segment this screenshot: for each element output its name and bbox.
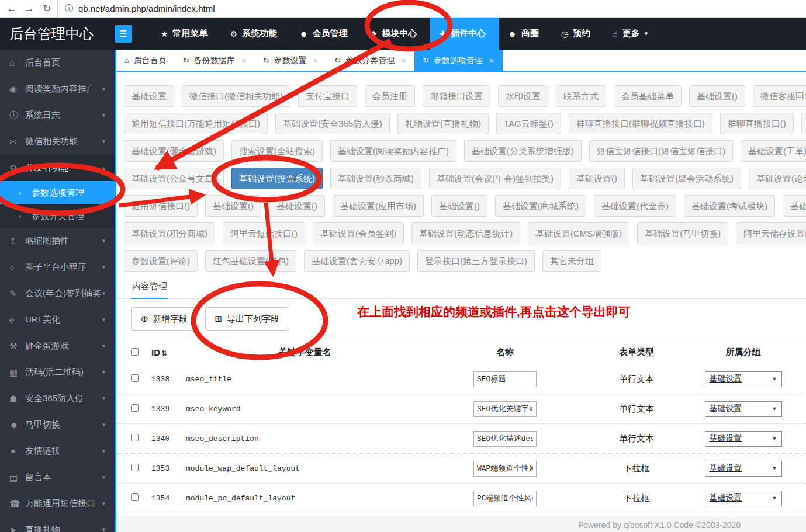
sidebar-item[interactable]: ☻ 马甲切换 ▾ bbox=[0, 412, 115, 438]
settings-group-button[interactable]: 基础设置(套壳安卓app) bbox=[304, 250, 410, 272]
settings-group-button[interactable]: 基础设置(商城系统) bbox=[495, 195, 586, 217]
row-checkbox[interactable] bbox=[131, 434, 139, 441]
sidebar-item[interactable]: ☎ 万能通用短信接口 ▾ bbox=[0, 491, 115, 517]
settings-group-button[interactable]: 基础设置() bbox=[569, 168, 625, 189]
settings-group-button[interactable]: 短信宝短信接口(短信宝短信接口) bbox=[589, 140, 733, 162]
name-input[interactable] bbox=[473, 401, 537, 417]
sidebar-item[interactable]: ℮ URL美化 ▾ bbox=[0, 307, 115, 333]
row-checkbox[interactable] bbox=[131, 464, 139, 471]
sidebar-item[interactable]: › 参数选项管理 bbox=[0, 181, 115, 204]
sidebar-item[interactable]: ↥ 略缩图插件 ▾ bbox=[0, 228, 115, 254]
row-checkbox[interactable] bbox=[131, 374, 139, 382]
settings-group-button[interactable]: 基础设置(论坛系统) bbox=[749, 168, 806, 189]
nav-item[interactable]: ⚙ 系统功能 bbox=[222, 18, 291, 50]
settings-group-button[interactable]: 基础设置(动态信息统计) bbox=[411, 222, 520, 244]
settings-group-button[interactable]: 联系方式 bbox=[556, 85, 606, 107]
browser-forward-icon[interactable]: → bbox=[22, 3, 36, 15]
settings-group-button[interactable]: 微信客服回复设置(微信相关功能) bbox=[753, 85, 806, 107]
settings-group-button[interactable]: 基础设置(公众号文章) bbox=[124, 168, 224, 189]
settings-group-button[interactable]: 基础设置() bbox=[431, 195, 487, 217]
settings-group-button[interactable]: 基础设置() bbox=[205, 195, 261, 217]
close-icon[interactable]: × bbox=[241, 55, 247, 65]
settings-group-button[interactable]: 邮箱接口设置 bbox=[423, 85, 490, 107]
sidebar-item[interactable]: ▤ 留言本 ▾ bbox=[0, 464, 115, 491]
settings-group-button[interactable]: 基础设置(CMS增强版) bbox=[528, 222, 629, 244]
settings-group-button[interactable]: 基础设置(砸金蛋游戏) bbox=[124, 140, 224, 162]
settings-group-button[interactable]: 通用短信接口() bbox=[124, 195, 198, 217]
close-icon[interactable]: × bbox=[313, 55, 318, 65]
group-select[interactable]: 基础设置 ▼ bbox=[705, 431, 782, 447]
settings-group-button[interactable]: 基础设置(马甲切换) bbox=[637, 222, 728, 244]
sort-icon[interactable]: ⇅ bbox=[161, 349, 167, 357]
settings-group-button[interactable]: 基础设置(考试模块) bbox=[684, 195, 775, 217]
group-select[interactable]: 基础设置 ▼ bbox=[705, 461, 782, 477]
settings-group-button[interactable]: 基础设置(分类系统增强版) bbox=[464, 140, 582, 162]
tab[interactable]: ↻ 参数分类管理 × bbox=[326, 50, 414, 71]
nav-item[interactable]: ★ 常用菜单 bbox=[152, 18, 222, 50]
settings-group-button[interactable]: 基础设置(积分商城) bbox=[124, 222, 215, 244]
group-select[interactable]: 基础设置 ▼ bbox=[705, 491, 782, 506]
settings-group-button[interactable]: 基础设置(秒杀商城) bbox=[330, 168, 421, 189]
settings-group-button[interactable]: 基础设置(阅读奖励内容推广) bbox=[330, 140, 456, 162]
group-select[interactable]: 基础设置 ▼ bbox=[705, 371, 782, 387]
settings-group-button[interactable]: 阿里云短信接口() bbox=[223, 222, 305, 244]
column-id[interactable]: ID⇅ bbox=[151, 347, 178, 357]
settings-group-button[interactable]: 搜索设置(全站搜索) bbox=[231, 140, 323, 162]
settings-group-button[interactable]: 基础设置(会员签到) bbox=[313, 222, 404, 244]
sidebar-item[interactable]: ▦ 活码(活二维码) ▾ bbox=[0, 359, 115, 385]
add-field-button[interactable]: ⊕ 新增字段 bbox=[131, 307, 198, 331]
sidebar-item[interactable]: ⚭ 友情链接 ▾ bbox=[0, 438, 115, 464]
settings-group-button[interactable]: 基础设置 bbox=[124, 85, 174, 107]
close-icon[interactable]: × bbox=[489, 55, 494, 65]
settings-group-button[interactable]: 基础设置() bbox=[269, 195, 325, 217]
settings-group-button[interactable]: 其它未分组 bbox=[542, 250, 601, 272]
settings-group-button[interactable]: 基础设置(语音红包) bbox=[783, 195, 806, 217]
settings-group-button[interactable]: 基础设置(分销宣传) bbox=[801, 113, 806, 134]
export-fields-button[interactable]: ⊞ 导出下列字段 bbox=[205, 307, 290, 331]
settings-group-button[interactable]: 礼物设置(直播礼物) bbox=[397, 113, 489, 134]
settings-group-button[interactable]: 登录接口(第三方登录接口) bbox=[417, 250, 535, 272]
settings-group-button[interactable]: 基础设置(应用市场) bbox=[333, 195, 424, 217]
sidebar-item[interactable]: ⚒ 砸金蛋游戏 ▾ bbox=[0, 333, 115, 359]
settings-group-button[interactable]: 红包基础设置(红包) bbox=[205, 250, 296, 272]
settings-group-button[interactable]: 基础设置(会议(年会)签到抽奖) bbox=[429, 168, 561, 189]
tab[interactable]: ↻ 参数选项管理 × bbox=[414, 50, 503, 71]
settings-group-button[interactable]: 水印设置 bbox=[498, 85, 548, 107]
settings-group-button[interactable]: TAG云标签() bbox=[496, 113, 561, 134]
sidebar-item[interactable]: ⚙ 开发者功能 ▴ bbox=[0, 155, 115, 181]
tab[interactable]: ↻ 参数设置 × bbox=[255, 50, 327, 71]
sidebar-item[interactable]: › 参数分类管理 bbox=[0, 204, 115, 228]
sidebar-item[interactable]: ✉ 微信相关功能 ▾ bbox=[0, 128, 115, 155]
nav-item[interactable]: ☻ 会员管理 bbox=[290, 18, 361, 50]
settings-group-button[interactable]: 基础设置(代金券) bbox=[594, 195, 676, 217]
settings-group-button[interactable]: 基础设置(聚会活动系统) bbox=[632, 168, 741, 189]
close-icon[interactable]: × bbox=[401, 55, 406, 65]
name-input[interactable] bbox=[473, 431, 537, 447]
nav-item[interactable]: ◷ 预约 bbox=[552, 18, 604, 50]
name-input[interactable] bbox=[473, 491, 537, 506]
panel-title-tab[interactable]: 内容管理 bbox=[131, 277, 168, 299]
tab[interactable]: ↻ 备份数据库 × bbox=[175, 50, 255, 71]
url-bar[interactable]: ⓘ qb.net/admin.php/admin/index.html bbox=[57, 0, 801, 17]
settings-group-button[interactable]: 基础设置(工单) bbox=[741, 140, 806, 162]
name-input[interactable] bbox=[473, 461, 537, 477]
sidebar-item[interactable]: ◉ 阅读奖励内容推广 ▾ bbox=[0, 76, 115, 102]
settings-group-button[interactable]: 会员基础菜单 bbox=[614, 85, 682, 107]
sidebar-item[interactable]: ➤ 直播礼物 ▾ bbox=[0, 517, 115, 532]
page-info-icon[interactable]: ⓘ bbox=[65, 4, 73, 14]
sidebar-item[interactable]: ☗ 安全365防入侵 ▾ bbox=[0, 385, 115, 412]
settings-group-button[interactable]: 群聊直播接口(群聊视频直播接口) bbox=[569, 113, 712, 134]
select-all-checkbox[interactable] bbox=[131, 348, 139, 356]
menu-toggle-button[interactable]: ☰ bbox=[115, 25, 132, 43]
settings-group-button[interactable]: 支付宝接口 bbox=[298, 85, 357, 107]
settings-group-button[interactable]: 群聊直播接口() bbox=[720, 113, 794, 134]
row-checkbox[interactable] bbox=[131, 493, 139, 501]
settings-group-button[interactable]: 参数设置(评论) bbox=[124, 250, 198, 272]
sidebar-item[interactable]: ✎ 会议(年会)签到抽奖 ▾ bbox=[0, 280, 115, 307]
settings-group-button[interactable]: 基础设置() bbox=[689, 85, 745, 107]
settings-group-button[interactable]: 基础设置(投票系统) bbox=[231, 168, 323, 189]
settings-group-button[interactable]: 阿里云储存设置(阿里云储存) bbox=[736, 222, 806, 244]
browser-back-icon[interactable]: ← bbox=[5, 3, 19, 15]
settings-group-button[interactable]: 基础设置(安全365防入侵) bbox=[275, 113, 390, 134]
sidebar-item[interactable]: ⌂ 后台首页 bbox=[0, 50, 115, 76]
